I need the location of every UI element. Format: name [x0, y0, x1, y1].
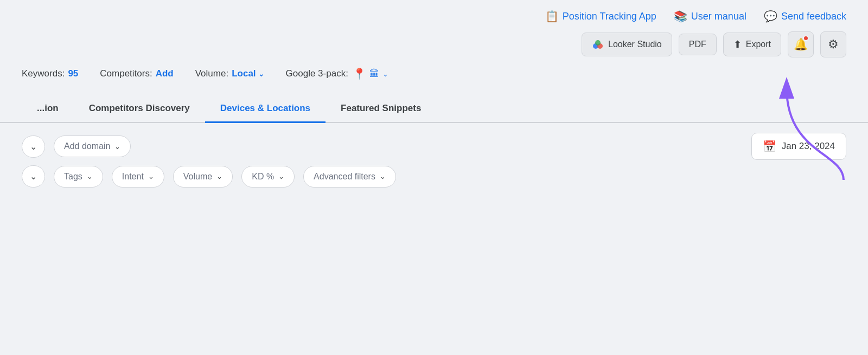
tabs-row: ...ion Competitors Discovery Devices & L…: [0, 95, 868, 123]
google-3pack-icons: 📍 🏛 ⌄: [353, 67, 388, 80]
volume-label: Volume:: [195, 68, 228, 79]
top-nav: 📋 Position Tracking App 📚 User manual 💬 …: [0, 0, 868, 28]
settings-button[interactable]: ⚙: [820, 31, 846, 57]
export-icon: ⬆: [733, 38, 742, 50]
intent-label: Intent: [122, 172, 144, 182]
info-bar: Keywords: 95 Competitors: Add Volume: Lo…: [0, 63, 868, 90]
competitors-item: Competitors: Add: [100, 68, 173, 79]
toolbar-row: Looker Studio PDF ⬆ Export 🔔 ⚙: [0, 28, 868, 63]
competitors-label: Competitors:: [100, 68, 152, 79]
export-button[interactable]: ⬆ Export: [723, 33, 781, 56]
tab-overview[interactable]: ...ion: [22, 95, 74, 123]
intent-chevron-icon: ⌄: [148, 172, 154, 180]
volume-filter[interactable]: Volume ⌄: [173, 166, 233, 188]
position-tracking-link[interactable]: 📋 Position Tracking App: [545, 10, 656, 23]
tab-devices-locations-label: Devices & Locations: [220, 103, 310, 113]
export-label: Export: [746, 40, 771, 49]
pdf-button[interactable]: PDF: [679, 34, 717, 55]
position-tracking-icon: 📋: [545, 10, 559, 23]
gear-icon: ⚙: [828, 37, 839, 51]
user-manual-link[interactable]: 📚 User manual: [674, 10, 746, 23]
svg-point-2: [595, 40, 601, 46]
advanced-chevron-icon: ⌄: [380, 172, 386, 180]
send-feedback-icon: 💬: [764, 10, 777, 23]
notification-dot: [803, 35, 809, 41]
calendar-icon: 📅: [763, 140, 776, 153]
tab-featured-snippets-label: Featured Snippets: [341, 103, 421, 113]
intent-filter[interactable]: Intent ⌄: [112, 166, 164, 188]
send-feedback-link[interactable]: 💬 Send feedback: [764, 10, 846, 23]
volume-value: Local: [232, 68, 256, 79]
keywords-value[interactable]: 95: [68, 68, 78, 79]
chevron-down-icon: ⌄: [30, 141, 37, 152]
notifications-button[interactable]: 🔔: [788, 31, 814, 57]
google-3pack-chevron-icon[interactable]: ⌄: [382, 70, 388, 78]
pdf-label: PDF: [689, 40, 706, 49]
date-picker-button[interactable]: 📅 Jan 23, 2024: [751, 133, 846, 160]
volume-filter-label: Volume: [183, 172, 212, 182]
tab-featured-snippets[interactable]: Featured Snippets: [326, 95, 436, 123]
volume-item: Volume: Local ⌄: [195, 68, 264, 79]
add-domain-chevron-icon: ⌄: [114, 143, 120, 151]
looker-studio-label: Looker Studio: [608, 40, 662, 49]
volume-filter-chevron-icon: ⌄: [216, 172, 222, 180]
tab-competitors-discovery[interactable]: Competitors Discovery: [74, 95, 205, 123]
tags-label: Tags: [64, 172, 82, 182]
kd-filter[interactable]: KD % ⌄: [241, 166, 295, 188]
advanced-filters[interactable]: Advanced filters ⌄: [303, 166, 396, 188]
chevron-down-icon-2: ⌄: [30, 171, 37, 182]
volume-dropdown[interactable]: Local ⌄: [232, 68, 264, 79]
add-domain-dropdown[interactable]: Add domain ⌄: [54, 135, 131, 157]
kd-label: KD %: [252, 172, 274, 182]
tab-devices-locations[interactable]: Devices & Locations: [205, 95, 326, 123]
looker-studio-button[interactable]: Looker Studio: [582, 33, 672, 56]
tab-overview-label: ...ion: [37, 103, 59, 113]
advanced-filters-label: Advanced filters: [314, 172, 375, 182]
tags-filter[interactable]: Tags ⌄: [54, 166, 103, 188]
building-icon: 🏛: [369, 68, 379, 80]
filters-row-2: ⌄ Tags ⌄ Intent ⌄ Volume ⌄ KD % ⌄ Advanc…: [0, 165, 868, 197]
volume-chevron-icon: ⌄: [258, 70, 264, 78]
filter-left-group: ⌄ Add domain ⌄: [22, 135, 131, 158]
keywords-item: Keywords: 95: [22, 68, 78, 79]
filter-row2-chevron-button[interactable]: ⌄: [22, 165, 45, 188]
kd-chevron-icon: ⌄: [278, 172, 284, 180]
location-pin-icon: 📍: [353, 67, 366, 80]
looker-studio-icon: [592, 38, 604, 50]
keywords-label: Keywords:: [22, 68, 65, 79]
tab-competitors-discovery-label: Competitors Discovery: [89, 103, 190, 113]
date-label: Jan 23, 2024: [782, 141, 835, 152]
filter-row1-chevron-button[interactable]: ⌄: [22, 135, 45, 158]
user-manual-label: User manual: [691, 11, 746, 22]
competitors-value[interactable]: Add: [156, 68, 174, 79]
tags-chevron-icon: ⌄: [87, 172, 93, 180]
user-manual-icon: 📚: [674, 10, 687, 23]
position-tracking-label: Position Tracking App: [563, 11, 656, 22]
google-3pack-label: Google 3-pack:: [286, 68, 348, 79]
google-3pack-item: Google 3-pack: 📍 🏛 ⌄: [286, 67, 388, 80]
send-feedback-label: Send feedback: [781, 11, 846, 22]
add-domain-label: Add domain: [64, 141, 110, 151]
filters-row-1: ⌄ Add domain ⌄ 📅 Jan 23, 2024: [0, 123, 868, 165]
